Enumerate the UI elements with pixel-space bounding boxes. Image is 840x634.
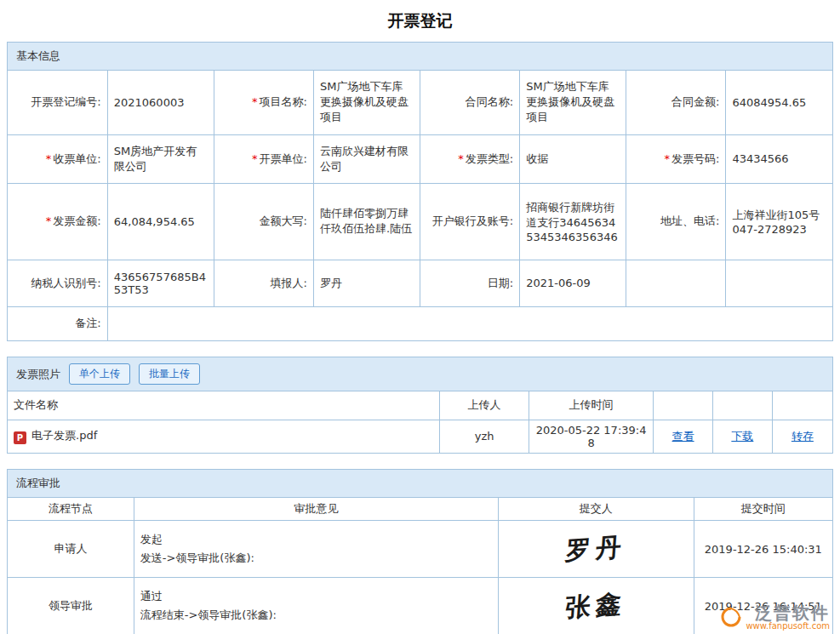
field-label-contract-name: 合同名称: (420, 71, 519, 134)
approval-opinion: 通过 流程结束->领导审批(张鑫): (134, 578, 498, 634)
field-value-preparer: 罗丹 (313, 260, 420, 306)
transfer-link[interactable]: 转存 (791, 430, 814, 443)
field-value-contract-amount: 64084954.65 (726, 71, 832, 134)
field-label-project-name: *项目名称: (214, 71, 313, 134)
approval-row-leader: 领导审批 通过 流程结束->领导审批(张鑫): 张鑫 2019-12-26 16… (8, 578, 832, 634)
field-value-invoice-reg-no: 2021060003 (107, 71, 214, 134)
field-value-invoice-no: 43434566 (726, 134, 832, 183)
page-title: 开票登记 (0, 0, 840, 42)
invoice-photos-title: 发票照片 (16, 367, 60, 382)
basic-info-row-2: *收票单位: SM房地产开发有限公司 *开票单位: 云南欣兴建材有限公司 *发票… (8, 134, 832, 183)
approval-opinion-line1: 通过 (140, 587, 492, 606)
approval-submit-time: 2019-12-26 16:14:51 (694, 578, 832, 634)
required-mark: * (46, 152, 52, 165)
field-label-date: 日期: (420, 260, 519, 306)
field-label-contract-amount: 合同金额: (626, 71, 726, 134)
field-label-preparer: 填报人: (214, 260, 313, 306)
field-label-receiver-unit: *收票单位: (8, 134, 107, 183)
field-value-invoice-type: 收据 (520, 134, 626, 183)
batch-upload-button[interactable]: 批量上传 (139, 363, 200, 385)
invoice-photos-section: 发票照片 单个上传 批量上传 文件名称 上传人 上传时间 P电子发票.pdf y… (7, 357, 833, 454)
field-label-invoice-amount: *发票金额: (8, 183, 107, 260)
approval-header-time: 提交时间 (694, 498, 832, 521)
field-label-taxpayer-id: 纳税人识别号: (8, 260, 107, 306)
field-value-bank-account: 招商银行新牌坊街道支行346456345345346356346 (520, 183, 626, 260)
basic-info-row-3: *发票金额: 64,084,954.65 金额大写: 陆仟肆佰零捌万肆仟玖佰伍拾… (8, 183, 832, 260)
view-link[interactable]: 查看 (672, 430, 694, 443)
pdf-icon: P (14, 431, 26, 444)
approval-flow-section-header: 流程审批 (8, 470, 832, 498)
approval-header-opinion: 审批意见 (134, 498, 498, 521)
file-action-transfer-cell: 转存 (772, 420, 832, 453)
file-action-view-cell: 查看 (654, 420, 713, 453)
basic-info-row-4: 纳税人识别号: 43656757685B453T53 填报人: 罗丹 日期: 2… (8, 260, 832, 306)
approval-node: 申请人 (8, 521, 134, 578)
empty-cell (726, 260, 832, 306)
approval-node: 领导审批 (8, 578, 134, 634)
field-label-bank-account: 开户银行及账号: (420, 183, 519, 260)
required-mark: * (252, 152, 258, 165)
approval-row-applicant: 申请人 发起 发送->领导审批(张鑫): 罗丹 2019-12-26 15:40… (8, 521, 832, 578)
required-mark: * (458, 152, 464, 165)
approval-opinion-line2: 流程结束->领导审批(张鑫): (140, 606, 492, 625)
file-uploader: yzh (440, 420, 529, 453)
field-value-issuer-unit: 云南欣兴建材有限公司 (313, 134, 420, 183)
approval-header-node: 流程节点 (8, 498, 134, 521)
basic-info-section-header: 基本信息 (8, 43, 832, 71)
field-value-date: 2021-06-09 (520, 260, 626, 306)
required-mark: * (665, 152, 671, 165)
field-label-address-phone: 地址、电话: (626, 183, 726, 260)
file-action-download-cell: 下载 (712, 420, 772, 453)
basic-info-table: 开票登记编号: 2021060003 *项目名称: SM广场地下车库更换摄像机及… (8, 71, 832, 340)
field-value-amount-in-words: 陆仟肆佰零捌万肆仟玖佰伍拾肆.陆伍 (313, 183, 420, 260)
field-label-amount-in-words: 金额大写: (214, 183, 313, 260)
approval-flow-section: 流程审批 流程节点 审批意见 提交人 提交时间 申请人 发起 发送->领导审批(… (7, 469, 833, 634)
field-value-receiver-unit: SM房地产开发有限公司 (107, 134, 214, 183)
file-upload-time: 2020-05-22 17:39:48 (529, 420, 653, 453)
basic-info-row-5: 备注: (8, 306, 832, 340)
signature-image: 张鑫 (564, 586, 628, 625)
files-header-row: 文件名称 上传人 上传时间 (8, 391, 832, 420)
files-table: 文件名称 上传人 上传时间 P电子发票.pdf yzh 2020-05-22 1… (8, 391, 832, 453)
download-link[interactable]: 下载 (731, 430, 753, 443)
approval-signature-cell: 张鑫 (499, 578, 694, 634)
approval-header-row: 流程节点 审批意见 提交人 提交时间 (8, 498, 832, 521)
file-name: 电子发票.pdf (31, 429, 97, 442)
basic-info-row-1: 开票登记编号: 2021060003 *项目名称: SM广场地下车库更换摄像机及… (8, 71, 832, 134)
files-header-empty (712, 391, 772, 420)
approval-opinion-line1: 发起 (140, 530, 492, 549)
field-label-invoice-type: *发票类型: (420, 134, 519, 183)
files-header-empty (654, 391, 713, 420)
files-header-uploader: 上传人 (440, 391, 529, 420)
file-name-cell: P电子发票.pdf (8, 420, 440, 453)
files-header-empty (772, 391, 832, 420)
field-value-taxpayer-id: 43656757685B453T53 (107, 260, 214, 306)
field-value-remarks (107, 306, 832, 340)
approval-opinion-line2: 发送->领导审批(张鑫): (140, 549, 492, 568)
basic-info-title: 基本信息 (16, 49, 60, 64)
field-value-contract-name: SM广场地下车库更换摄像机及硬盘项目 (520, 71, 626, 134)
field-value-address-phone: 上海祥业街105号 047-2728923 (726, 183, 832, 260)
signature-image: 罗丹 (564, 529, 628, 568)
field-value-project-name: SM广场地下车库更换摄像机及硬盘项目 (313, 71, 420, 134)
invoice-photos-section-header: 发票照片 单个上传 批量上传 (8, 357, 832, 391)
files-header-time: 上传时间 (529, 391, 653, 420)
file-row: P电子发票.pdf yzh 2020-05-22 17:39:48 查看 下载 … (8, 420, 832, 453)
field-label-issuer-unit: *开票单位: (214, 134, 313, 183)
required-mark: * (252, 95, 258, 108)
approval-submit-time: 2019-12-26 15:40:31 (694, 521, 832, 578)
single-upload-button[interactable]: 单个上传 (69, 363, 130, 385)
files-header-name: 文件名称 (8, 391, 440, 420)
required-mark: * (46, 214, 52, 227)
field-label-invoice-reg-no: 开票登记编号: (8, 71, 107, 134)
approval-signature-cell: 罗丹 (499, 521, 694, 578)
field-value-invoice-amount: 64,084,954.65 (107, 183, 214, 260)
basic-info-section: 基本信息 开票登记编号: 2021060003 *项目名称: SM广场地下车库更… (7, 42, 833, 341)
approval-header-submitter: 提交人 (499, 498, 694, 521)
approval-opinion: 发起 发送->领导审批(张鑫): (134, 521, 498, 578)
field-label-invoice-no: *发票号码: (626, 134, 726, 183)
empty-cell (626, 260, 726, 306)
approval-flow-title: 流程审批 (16, 476, 60, 491)
field-label-remarks: 备注: (8, 306, 107, 340)
approval-table: 流程节点 审批意见 提交人 提交时间 申请人 发起 发送->领导审批(张鑫): … (8, 498, 832, 634)
